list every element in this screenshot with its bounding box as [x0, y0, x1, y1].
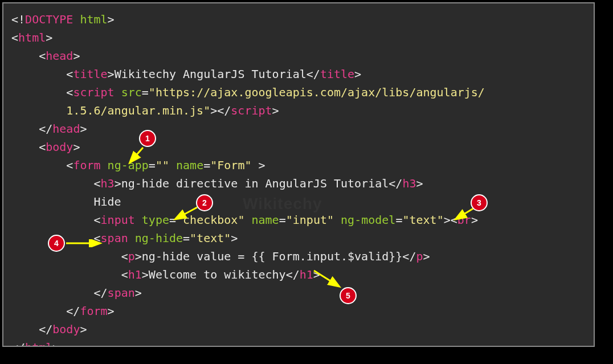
annotation-badge-3: 3	[471, 194, 488, 211]
code-punct: <	[121, 268, 128, 281]
code-punct: >	[80, 122, 87, 136]
code-punct: <	[39, 140, 46, 154]
code-punct: =	[169, 213, 176, 227]
code-doctype: DOCTYPE	[25, 13, 73, 26]
code-punct: ><	[444, 213, 457, 227]
code-punct: <	[94, 231, 101, 245]
code-attr: ng-app	[101, 158, 149, 172]
code-punct: >	[73, 140, 80, 154]
code-tag: br	[457, 213, 471, 227]
code-tag: span	[101, 231, 128, 245]
code-str: "https://ajax.googleapis.com/ajax/libs/a…	[149, 85, 485, 99]
code-tag: title	[73, 67, 107, 81]
code-punct: =	[142, 85, 149, 99]
code-tag: body	[46, 140, 73, 154]
code-punct: >	[46, 31, 52, 44]
code-punct: >	[108, 67, 115, 81]
annotation-badge-2: 2	[196, 194, 213, 211]
code-tag: form	[80, 304, 107, 318]
code-punct: >	[354, 67, 361, 81]
watermark: Wikitechy	[243, 191, 322, 217]
annotation-badge-4: 4	[48, 235, 65, 252]
code-punct: <	[66, 158, 73, 172]
code-tag: p	[416, 250, 423, 263]
code-punct: >	[108, 13, 115, 26]
code-punct: >	[52, 341, 59, 347]
code-editor: Wikitechy <!DOCTYPE html> <html> <head> …	[2, 2, 595, 347]
code-punct: >	[115, 177, 121, 190]
code-punct: <	[66, 67, 73, 81]
code-punct: ></	[210, 104, 231, 117]
code-punct: </	[39, 122, 52, 136]
code-punct: >	[423, 250, 430, 263]
code-tag: body	[52, 322, 80, 336]
code-tag: script	[231, 104, 272, 117]
code-punct: >	[252, 158, 265, 172]
code-str: "text"	[190, 231, 231, 245]
code-attr: ng-hide	[128, 231, 183, 245]
code-tag: h3	[101, 177, 115, 190]
code-punct: >	[471, 213, 478, 227]
code-punct: >	[73, 49, 80, 63]
code-txt: Wikitechy AngularJS Tutorial	[115, 67, 306, 81]
code-str: "checkbox"	[176, 213, 244, 227]
code-punct: <	[94, 213, 101, 227]
code-str: 1.5.6/angular.min.js"	[66, 104, 210, 117]
annotation-badge-1: 1	[139, 130, 156, 147]
code-tag: h1	[128, 268, 142, 281]
code-str: ""	[156, 158, 169, 172]
code-tag: span	[108, 286, 135, 300]
code-txt: Welcome to wikitechy	[149, 268, 286, 281]
code-punct: </	[11, 341, 25, 347]
code-tag: title	[320, 67, 354, 81]
code-punct: <	[121, 250, 128, 263]
code-punct: </	[402, 250, 416, 263]
code-str: "text"	[402, 213, 443, 227]
code-tag: input	[101, 213, 135, 227]
code-punct: <	[11, 31, 18, 44]
code-punct: >	[80, 322, 87, 336]
code-punct: </	[66, 304, 80, 318]
code-punct: </	[286, 268, 300, 281]
code-tag: html	[25, 341, 52, 347]
code-punct: >	[135, 250, 142, 263]
code-punct: >	[142, 268, 149, 281]
code-punct: >	[272, 104, 279, 117]
code-txt: ng-hide directive in AngularJS Tutorial	[121, 177, 389, 190]
annotation-badge-5: 5	[340, 287, 357, 304]
code-punct: <	[66, 85, 73, 99]
code-txt: Hide	[94, 195, 121, 208]
code-punct: </	[306, 67, 320, 81]
code-punct: <	[39, 49, 46, 63]
code-attr: type	[135, 213, 169, 227]
code-tag: h3	[402, 177, 416, 190]
code-str: "Form"	[210, 158, 251, 172]
code-punct: >	[416, 177, 423, 190]
code-punct: >	[313, 268, 320, 281]
code-punct: >	[135, 286, 142, 300]
code-punct: </	[94, 286, 108, 300]
code-punct: =	[203, 158, 210, 172]
code-tag: p	[128, 250, 135, 263]
code-attr: name	[169, 158, 203, 172]
code-punct: </	[39, 322, 52, 336]
code-tag: head	[52, 122, 80, 136]
code-punct: </	[389, 177, 402, 190]
code-punct: >	[231, 231, 238, 245]
code-attr: ng-model	[334, 213, 395, 227]
code-punct: <!	[11, 13, 25, 26]
code-tag: form	[73, 158, 100, 172]
code-punct: <	[94, 177, 101, 190]
code-punct: =	[183, 231, 190, 245]
code-tag: head	[46, 49, 73, 63]
code-punct: =	[395, 213, 402, 227]
code-attr: src	[115, 85, 142, 99]
code-punct: >	[108, 304, 115, 318]
code-block: <!DOCTYPE html> <html> <head> <title>Wik…	[11, 10, 586, 347]
code-punct: =	[149, 158, 156, 172]
code-tag: html	[18, 31, 46, 44]
code-txt: html	[73, 13, 107, 26]
code-txt: ng-hide value = {{ Form.input.$valid}}	[142, 250, 403, 263]
code-tag: script	[73, 85, 114, 99]
code-tag: h1	[300, 268, 313, 281]
